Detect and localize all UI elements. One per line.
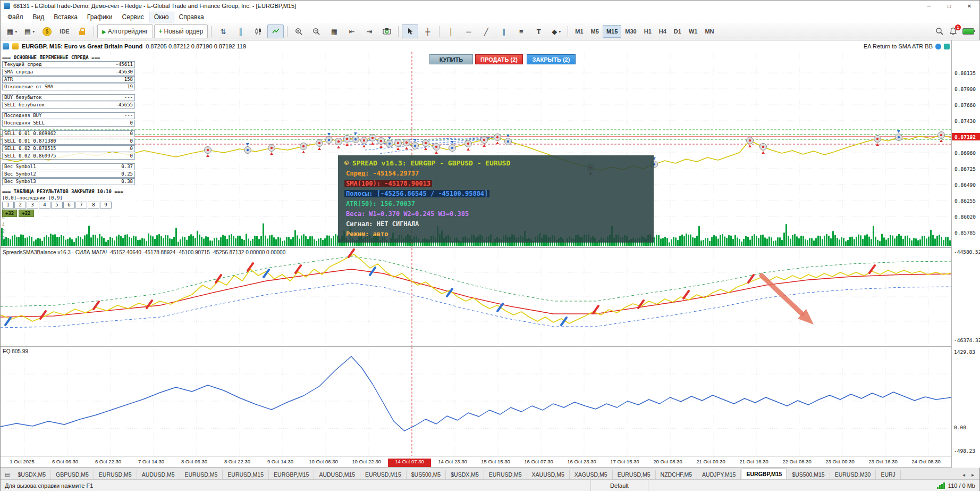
menu-item[interactable]: Файл — [3, 12, 28, 22]
ide-button[interactable]: IDE — [56, 24, 73, 38]
chart-tab[interactable]: EURUSD,M5 — [94, 470, 137, 479]
cursor-button[interactable] — [402, 24, 418, 38]
trendline-button[interactable]: ╱ — [478, 24, 494, 38]
crosshair-button[interactable]: ┼ — [419, 24, 436, 38]
zoom-out-button[interactable] — [308, 24, 325, 38]
algo-trading-label: Алготрейдинг — [108, 28, 148, 35]
profile-selector[interactable]: Default — [590, 480, 648, 491]
row-value: -45611 — [115, 62, 133, 68]
profiles-button[interactable]: ▤▾ — [21, 24, 38, 38]
chart-tab[interactable]: XAUUSD,M5 — [527, 470, 570, 479]
shapes-button[interactable]: ◆▾ — [548, 24, 564, 38]
screenshot-button[interactable] — [378, 24, 395, 38]
timeframe-button[interactable]: MN — [701, 25, 717, 38]
chart-tab[interactable]: NZDCHF,M5 — [656, 470, 698, 479]
timeframe-button[interactable]: M15 — [603, 25, 621, 38]
time-axis[interactable]: 1 Oct 20256 Oct 06:306 Oct 22:307 Oct 14… — [1, 456, 952, 468]
lock-button[interactable] — [74, 24, 90, 38]
chart-tab[interactable]: EURUSD,M15 — [223, 470, 269, 479]
status-bar: Для вызова справки нажмите F1 Default 11… — [1, 479, 979, 491]
battery-icon — [962, 28, 974, 35]
timeframe-button[interactable]: W1 — [685, 25, 702, 38]
menu-item[interactable]: Вид — [28, 12, 49, 22]
chart-tab[interactable]: AUDUSD,M5 — [137, 470, 180, 479]
tabs-scroll-right-icon[interactable]: ▸ — [968, 470, 977, 479]
chart-tab[interactable]: GBPUSD,M5 — [51, 470, 94, 479]
chart-tab[interactable]: $US500,M15 — [787, 470, 830, 479]
algo-trading-button[interactable]: ▶Алготрейдинг — [97, 24, 153, 38]
timeframe-button[interactable]: H1 — [640, 25, 655, 38]
chart-tab[interactable]: EURUSD,M30 — [830, 470, 876, 479]
chart-tab[interactable]: EURJ — [876, 470, 900, 479]
grid-button[interactable]: ▦ — [326, 24, 342, 38]
search-icon[interactable] — [935, 27, 944, 36]
timeframe-button[interactable]: H4 — [655, 25, 670, 38]
tabs-menu-icon[interactable]: ▤ — [2, 470, 13, 479]
table-row: Текущий спред-45611 — [2, 61, 135, 68]
notifications-button[interactable]: 1 — [949, 27, 957, 36]
menu-item[interactable]: Сервис — [117, 12, 149, 22]
minimize-button[interactable]: ─ — [919, 1, 939, 11]
timeframe-button[interactable]: D1 — [670, 25, 685, 38]
fibonacci-button[interactable]: ≡ — [513, 24, 529, 38]
profiles-icon: ▤ — [24, 28, 31, 36]
chart-tab[interactable]: AUDJPY,M15 — [697, 470, 741, 479]
chart-tab[interactable]: $US500,M5 — [407, 470, 446, 479]
timeframe-button[interactable]: M30 — [621, 25, 640, 38]
market-watch-button[interactable]: $ — [39, 24, 55, 38]
candle-chart-button[interactable] — [250, 24, 266, 38]
sell-button[interactable]: ПРОДАТЬ (2) — [475, 54, 523, 64]
indicator-scale-max: -44580.524 — [954, 249, 980, 255]
chart-tab[interactable]: EURUSD,M15 — [360, 470, 407, 479]
result-cell: 4 — [39, 202, 50, 209]
new-chart-button[interactable]: ▦▾ — [4, 24, 20, 38]
chart-tab[interactable]: EURUSD,M5 — [613, 470, 656, 479]
tabs-scroll-left-icon[interactable]: ◂ — [959, 470, 968, 479]
chart-tab[interactable]: EURGBP,M15 — [269, 470, 314, 479]
equity-indicator-chart[interactable] — [1, 347, 952, 456]
new-order-button[interactable]: +Новый ордер — [154, 24, 208, 38]
buy-button[interactable]: КУПИТЬ — [429, 54, 473, 64]
chart-tab[interactable]: XAGUSD,M5 — [570, 470, 613, 479]
indicator-scale-min: -46374.320 — [954, 337, 980, 343]
chart-tab[interactable]: AUDUSD,M15 — [314, 470, 360, 479]
volume-scale-value: 2 — [2, 229, 5, 236]
time-axis-label: 8 Oct 06:30 — [173, 459, 216, 468]
new-order-label: Новый ордер — [164, 28, 204, 35]
result-cell: 8 — [88, 202, 99, 209]
horizontal-line-button[interactable]: ─ — [460, 24, 477, 38]
text-tool-button[interactable]: T — [530, 24, 547, 38]
close-positions-button[interactable]: ЗАКРЫТЬ (2) — [527, 54, 576, 64]
menu-item[interactable]: Справка — [174, 12, 209, 22]
chart-tab[interactable]: EURGBP,M15 — [741, 469, 787, 479]
price-scale-label: 0.86725 — [952, 161, 980, 177]
zoom-in-button[interactable] — [291, 24, 307, 38]
panel-separator[interactable] — [1, 247, 980, 248]
result-cell: 3 — [27, 202, 38, 209]
sort-button[interactable]: ⇅ — [215, 24, 231, 38]
bar-chart-button[interactable]: ║ — [232, 24, 249, 38]
chart-tab[interactable]: EURUSD,M5 — [484, 470, 527, 479]
menu-item[interactable]: Вставка — [49, 12, 82, 22]
spread-indicator-chart[interactable] — [1, 248, 952, 346]
close-button[interactable]: ✕ — [959, 1, 979, 11]
timeframe-button[interactable]: M5 — [587, 25, 603, 38]
line-chart-button[interactable] — [267, 24, 284, 38]
timeframe-group: M1M5M15M30H1H4D1W1MN — [571, 25, 717, 38]
chart-shift-button[interactable]: ⇤ — [343, 24, 360, 38]
price-scale[interactable]: 0.881350.879000.876600.874300.871920.869… — [951, 40, 980, 468]
time-axis-label: 10 Oct 22:30 — [345, 459, 388, 468]
chart-tab[interactable]: $USDX,M5 — [13, 470, 51, 479]
time-axis-label: 16 Oct 23:30 — [560, 459, 603, 468]
maximize-button[interactable]: □ — [939, 1, 959, 11]
timeframe-button[interactable]: M1 — [571, 25, 587, 38]
chart-tab[interactable]: EURUSD,M5 — [180, 470, 223, 479]
menu-item[interactable]: Графики — [82, 12, 117, 22]
auto-scroll-button[interactable]: ⇥ — [361, 24, 377, 38]
menu-item[interactable]: Окно — [149, 12, 174, 22]
panel-separator[interactable] — [1, 346, 980, 347]
notification-badge: 1 — [955, 24, 961, 30]
channel-button[interactable]: ∥ — [495, 24, 512, 38]
vertical-line-button[interactable]: │ — [443, 24, 459, 38]
chart-tab[interactable]: $USDX,M5 — [446, 470, 484, 479]
